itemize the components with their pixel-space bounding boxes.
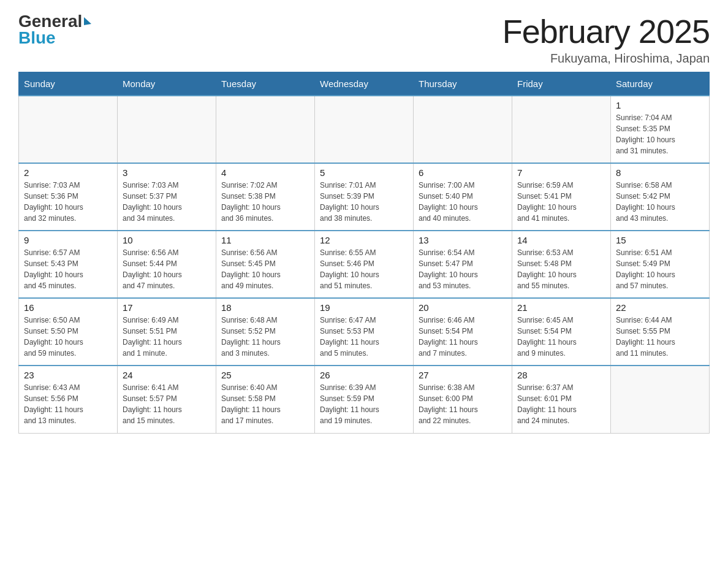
calendar-cell [414,96,512,163]
calendar-cell: 19Sunrise: 6:47 AM Sunset: 5:53 PM Dayli… [315,298,414,366]
month-title: February 2025 [502,12,710,50]
day-number: 5 [320,167,408,178]
day-info: Sunrise: 7:04 AM Sunset: 5:35 PM Dayligh… [616,112,704,156]
calendar-cell [19,96,118,163]
calendar-cell: 1Sunrise: 7:04 AM Sunset: 5:35 PM Daylig… [611,96,710,163]
col-thursday: Thursday [414,72,512,96]
day-number: 9 [24,235,112,245]
calendar-week-row: 1Sunrise: 7:04 AM Sunset: 5:35 PM Daylig… [19,96,710,163]
calendar-cell [315,96,414,163]
calendar-cell: 12Sunrise: 6:55 AM Sunset: 5:46 PM Dayli… [315,231,414,298]
calendar-cell: 16Sunrise: 6:50 AM Sunset: 5:50 PM Dayli… [19,298,118,366]
day-number: 2 [24,167,112,178]
day-info: Sunrise: 7:00 AM Sunset: 5:40 PM Dayligh… [419,180,507,224]
calendar-cell: 5Sunrise: 7:01 AM Sunset: 5:39 PM Daylig… [315,163,414,231]
calendar-cell: 14Sunrise: 6:53 AM Sunset: 5:48 PM Dayli… [512,231,611,298]
calendar-cell: 18Sunrise: 6:48 AM Sunset: 5:52 PM Dayli… [216,298,315,366]
calendar-cell: 21Sunrise: 6:45 AM Sunset: 5:54 PM Dayli… [512,298,611,366]
day-info: Sunrise: 6:41 AM Sunset: 5:57 PM Dayligh… [123,382,211,426]
day-info: Sunrise: 6:38 AM Sunset: 6:00 PM Dayligh… [419,382,507,426]
day-number: 8 [616,167,704,178]
calendar-cell: 23Sunrise: 6:43 AM Sunset: 5:56 PM Dayli… [19,366,118,433]
day-number: 24 [123,370,211,380]
day-info: Sunrise: 6:47 AM Sunset: 5:53 PM Dayligh… [320,315,408,359]
calendar-cell: 25Sunrise: 6:40 AM Sunset: 5:58 PM Dayli… [216,366,315,433]
day-info: Sunrise: 6:56 AM Sunset: 5:44 PM Dayligh… [123,247,211,291]
calendar-cell: 2Sunrise: 7:03 AM Sunset: 5:36 PM Daylig… [19,163,118,231]
day-info: Sunrise: 7:03 AM Sunset: 5:36 PM Dayligh… [24,180,112,224]
calendar-cell: 7Sunrise: 6:59 AM Sunset: 5:41 PM Daylig… [512,163,611,231]
day-number: 18 [221,302,309,313]
day-number: 17 [123,302,211,313]
day-number: 13 [419,235,507,245]
calendar-table: Sunday Monday Tuesday Wednesday Thursday… [18,72,710,434]
day-info: Sunrise: 6:43 AM Sunset: 5:56 PM Dayligh… [24,382,112,426]
calendar-cell: 26Sunrise: 6:39 AM Sunset: 5:59 PM Dayli… [315,366,414,433]
calendar-cell: 27Sunrise: 6:38 AM Sunset: 6:00 PM Dayli… [414,366,512,433]
day-number: 15 [616,235,704,245]
day-number: 14 [517,235,605,245]
calendar-cell: 20Sunrise: 6:46 AM Sunset: 5:54 PM Dayli… [414,298,512,366]
day-number: 28 [517,370,605,380]
day-number: 16 [24,302,112,313]
calendar-cell: 4Sunrise: 7:02 AM Sunset: 5:38 PM Daylig… [216,163,315,231]
day-info: Sunrise: 6:57 AM Sunset: 5:43 PM Dayligh… [24,247,112,291]
col-tuesday: Tuesday [216,72,315,96]
day-info: Sunrise: 6:50 AM Sunset: 5:50 PM Dayligh… [24,315,112,359]
calendar-cell: 28Sunrise: 6:37 AM Sunset: 6:01 PM Dayli… [512,366,611,433]
day-number: 27 [419,370,507,380]
calendar-cell [611,366,710,433]
day-info: Sunrise: 7:02 AM Sunset: 5:38 PM Dayligh… [221,180,309,224]
calendar-cell: 15Sunrise: 6:51 AM Sunset: 5:49 PM Dayli… [611,231,710,298]
calendar-cell: 10Sunrise: 6:56 AM Sunset: 5:44 PM Dayli… [118,231,216,298]
day-info: Sunrise: 6:53 AM Sunset: 5:48 PM Dayligh… [517,247,605,291]
day-number: 19 [320,302,408,313]
day-number: 23 [24,370,112,380]
calendar-week-row: 2Sunrise: 7:03 AM Sunset: 5:36 PM Daylig… [19,163,710,231]
day-info: Sunrise: 6:39 AM Sunset: 5:59 PM Dayligh… [320,382,408,426]
day-number: 3 [123,167,211,178]
day-info: Sunrise: 6:46 AM Sunset: 5:54 PM Dayligh… [419,315,507,359]
calendar-week-row: 16Sunrise: 6:50 AM Sunset: 5:50 PM Dayli… [19,298,710,366]
day-info: Sunrise: 6:56 AM Sunset: 5:45 PM Dayligh… [221,247,309,291]
logo-arrow-icon [84,17,91,25]
day-number: 20 [419,302,507,313]
day-info: Sunrise: 6:49 AM Sunset: 5:51 PM Dayligh… [123,315,211,359]
day-info: Sunrise: 7:03 AM Sunset: 5:37 PM Dayligh… [123,180,211,224]
day-number: 25 [221,370,309,380]
day-number: 21 [517,302,605,313]
day-info: Sunrise: 6:40 AM Sunset: 5:58 PM Dayligh… [221,382,309,426]
day-number: 22 [616,302,704,313]
day-info: Sunrise: 6:54 AM Sunset: 5:47 PM Dayligh… [419,247,507,291]
day-number: 11 [221,235,309,245]
col-sunday: Sunday [19,72,118,96]
day-info: Sunrise: 6:44 AM Sunset: 5:55 PM Dayligh… [616,315,704,359]
location: Fukuyama, Hiroshima, Japan [502,52,710,66]
day-number: 12 [320,235,408,245]
logo: General Blue [18,12,91,48]
day-info: Sunrise: 6:37 AM Sunset: 6:01 PM Dayligh… [517,382,605,426]
calendar-week-row: 9Sunrise: 6:57 AM Sunset: 5:43 PM Daylig… [19,231,710,298]
day-info: Sunrise: 7:01 AM Sunset: 5:39 PM Dayligh… [320,180,408,224]
col-monday: Monday [118,72,216,96]
day-info: Sunrise: 6:55 AM Sunset: 5:46 PM Dayligh… [320,247,408,291]
day-info: Sunrise: 6:45 AM Sunset: 5:54 PM Dayligh… [517,315,605,359]
calendar-cell: 8Sunrise: 6:58 AM Sunset: 5:42 PM Daylig… [611,163,710,231]
day-number: 26 [320,370,408,380]
day-number: 4 [221,167,309,178]
calendar-cell [118,96,216,163]
day-info: Sunrise: 6:48 AM Sunset: 5:52 PM Dayligh… [221,315,309,359]
day-info: Sunrise: 6:58 AM Sunset: 5:42 PM Dayligh… [616,180,704,224]
title-block: February 2025 Fukuyama, Hiroshima, Japan [502,12,710,66]
calendar-cell: 9Sunrise: 6:57 AM Sunset: 5:43 PM Daylig… [19,231,118,298]
calendar-cell: 24Sunrise: 6:41 AM Sunset: 5:57 PM Dayli… [118,366,216,433]
page-header: General Blue February 2025 Fukuyama, Hir… [18,12,710,66]
calendar-header-row: Sunday Monday Tuesday Wednesday Thursday… [19,72,710,96]
calendar-cell: 17Sunrise: 6:49 AM Sunset: 5:51 PM Dayli… [118,298,216,366]
calendar-cell: 3Sunrise: 7:03 AM Sunset: 5:37 PM Daylig… [118,163,216,231]
calendar-cell: 13Sunrise: 6:54 AM Sunset: 5:47 PM Dayli… [414,231,512,298]
day-info: Sunrise: 6:51 AM Sunset: 5:49 PM Dayligh… [616,247,704,291]
calendar-cell [216,96,315,163]
calendar-cell: 11Sunrise: 6:56 AM Sunset: 5:45 PM Dayli… [216,231,315,298]
col-wednesday: Wednesday [315,72,414,96]
